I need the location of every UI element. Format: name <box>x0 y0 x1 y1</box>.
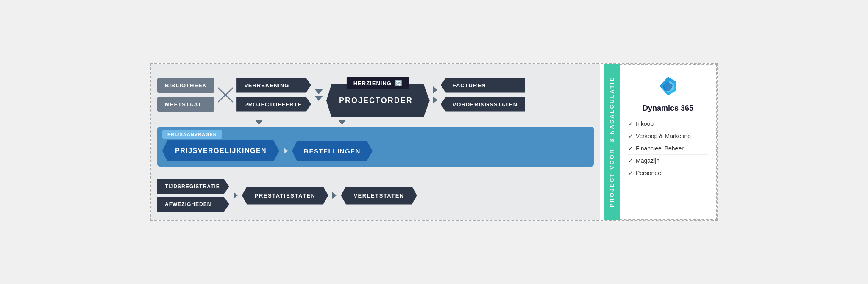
check-mark-5: ✓ <box>628 170 633 176</box>
tri-right-1 <box>433 86 437 93</box>
meetstaat-label: MEETSTAAT <box>157 97 214 112</box>
tri-down-1 <box>314 89 323 94</box>
check-mark-2: ✓ <box>628 133 633 139</box>
afwezigheden-box: AFWEZIGHEDEN <box>157 197 229 212</box>
dynamics-logo <box>655 73 681 99</box>
prijsaanvragen-label: PRIJSAANVRAGEN <box>162 130 222 139</box>
bestellingen-box: BESTELLINGEN <box>292 141 373 161</box>
blue-arrow-connector <box>284 148 288 154</box>
right-arrows <box>433 86 437 103</box>
dynamics-title: Dynamics 365 <box>643 104 693 113</box>
down-to-blue <box>157 120 594 125</box>
vertical-sidebar: PROJECT VOOR- & NACALCULATIE <box>604 64 620 220</box>
right-panel: Dynamics 365 ✓Inkoop ✓Verkoop & Marketin… <box>620 64 717 220</box>
diagram-area: BIBLIOTHEEK MEETSTAAT VERREKENING PROJEC… <box>151 64 600 220</box>
blue-row: PRIJSVERGELIJKINGEN BESTELLINGEN <box>162 140 589 161</box>
dynamics-checklist: ✓Inkoop ✓Verkoop & Marketing ✓Financieel… <box>628 118 708 179</box>
check-mark-1: ✓ <box>628 120 633 127</box>
verletstaten-box: VERLETSTATEN <box>341 187 417 205</box>
refresh-icon: 🔄 <box>395 80 403 86</box>
tri-down-2 <box>314 96 323 101</box>
bibliotheek-label: BIBLIOTHEEK <box>157 78 214 93</box>
left-arrow-group: VERREKENING PROJECTOFFERTE <box>236 78 311 112</box>
check-item-2: ✓Verkoop & Marketing <box>628 130 708 142</box>
vorderingsstaten-box: VORDERINGSSTATEN <box>441 97 525 112</box>
tri-down-3 <box>255 120 263 125</box>
check-item-3: ✓Financieel Beheer <box>628 142 708 155</box>
check-item-1: ✓Inkoop <box>628 118 708 130</box>
dashed-divider <box>157 173 594 173</box>
tri-right-2 <box>433 97 437 103</box>
main-container: BIBLIOTHEEK MEETSTAAT VERREKENING PROJEC… <box>150 63 718 221</box>
tri-right-bottom <box>234 192 238 199</box>
verrekening-box: VERREKENING <box>236 78 311 93</box>
sidebar-title: PROJECT VOOR- & NACALCULATIE <box>609 76 615 207</box>
herziening-label: HERZIENING <box>353 80 392 86</box>
herziening-badge: HERZIENING 🔄 <box>347 77 409 89</box>
right-boxes-group: FACTUREN VORDERINGSSTATEN <box>441 78 525 112</box>
check-mark-4: ✓ <box>628 157 633 164</box>
tri-right-bottom-2 <box>332 192 337 199</box>
cross-svg <box>218 80 233 110</box>
tri-down-4 <box>338 120 346 125</box>
check-item-4: ✓Magazijn <box>628 155 708 167</box>
projectofferte-box: PROJECTOFFERTE <box>236 97 311 112</box>
facturen-box: FACTUREN <box>441 78 525 93</box>
prijsvergelijkingen-box: PRIJSVERGELIJKINGEN <box>162 140 279 161</box>
bottom-left-group: TIJDSREGISTRATIE AFWEZIGHEDEN <box>157 179 229 212</box>
tijdsregistratie-box: TIJDSREGISTRATIE <box>157 179 229 194</box>
check-mark-3: ✓ <box>628 145 633 152</box>
blue-section: PRIJSAANVRAGEN PRIJSVERGELIJKINGEN BESTE… <box>157 127 594 167</box>
cross-connector <box>218 80 233 110</box>
left-labels: BIBLIOTHEEK MEETSTAAT <box>157 78 214 112</box>
bottom-section: TIJDSREGISTRATIE AFWEZIGHEDEN PRESTATIES… <box>157 179 594 212</box>
prestatiestaten-box: PRESTATIESTATEN <box>242 187 328 205</box>
projectorder-wrapper: HERZIENING 🔄 PROJECTORDER <box>326 84 430 117</box>
check-item-5: ✓Personeel <box>628 167 708 179</box>
down-arrows-left <box>314 89 323 101</box>
